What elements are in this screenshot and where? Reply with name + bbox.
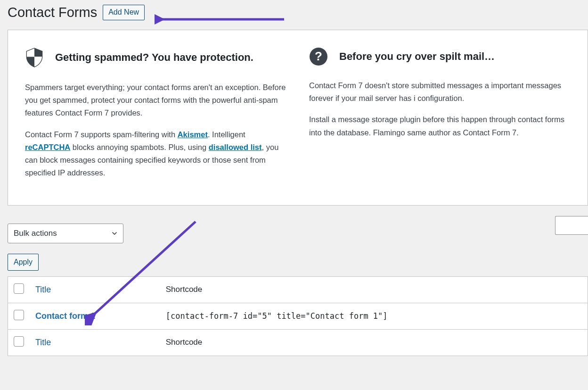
select-all-checkbox-top[interactable]	[14, 283, 24, 294]
add-new-button[interactable]: Add New	[103, 5, 145, 20]
info-spam-p1: Spammers target everything; your contact…	[25, 81, 286, 120]
form-title-link[interactable]: Contact form 1	[35, 311, 95, 321]
shield-icon	[25, 47, 44, 68]
page-header: Contact Forms Add New	[8, 5, 588, 20]
info-heading-spam: Getting spammed? You have protection.	[55, 51, 253, 64]
row-checkbox[interactable]	[14, 310, 24, 320]
search-input[interactable]	[555, 216, 588, 235]
bulk-actions-select[interactable]: Bulk actions	[8, 224, 123, 243]
table-row: Contact form 1 [contact-form-7 id="5" ti…	[8, 303, 588, 329]
link-akismet[interactable]: Akismet	[178, 130, 208, 139]
info-col-mail: ? Before you cry over spilt mail… Contac…	[309, 47, 571, 188]
info-mail-p2: Install a message storage plugin before …	[309, 113, 571, 139]
link-disallowed-list[interactable]: disallowed list	[209, 143, 262, 151]
info-mail-p1: Contact Form 7 doesn't store submitted m…	[309, 79, 571, 105]
link-recaptcha[interactable]: reCAPTCHA	[25, 143, 70, 151]
col-header-shortcode-top: Shortcode	[160, 276, 588, 303]
page-title: Contact Forms	[8, 5, 97, 20]
select-all-checkbox-bottom[interactable]	[14, 336, 24, 347]
bulk-actions-row: Bulk actions Apply	[8, 224, 588, 271]
apply-button[interactable]: Apply	[8, 254, 39, 271]
col-header-shortcode-bottom: Shortcode	[160, 329, 588, 356]
question-circle-icon: ?	[309, 47, 328, 66]
forms-table: Title Shortcode Contact form 1 [contact-…	[8, 276, 588, 356]
info-panel: Getting spammed? You have protection. Sp…	[8, 30, 588, 206]
info-heading-mail: Before you cry over spilt mail…	[339, 50, 495, 63]
info-col-spam: Getting spammed? You have protection. Sp…	[25, 47, 286, 188]
col-header-title-bottom[interactable]: Title	[35, 338, 51, 347]
col-header-title-top[interactable]: Title	[35, 285, 51, 294]
svg-text:?: ?	[315, 49, 322, 63]
info-spam-p2: Contact Form 7 supports spam-filtering w…	[25, 128, 286, 180]
form-shortcode: [contact-form-7 id="5" title="Contact fo…	[160, 303, 588, 329]
